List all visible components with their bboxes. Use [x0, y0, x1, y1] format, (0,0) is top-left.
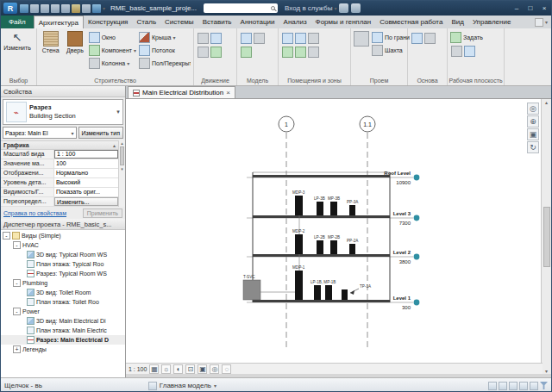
level-marker-icon[interactable]	[414, 300, 420, 306]
edit-type-button[interactable]: Изменить тип	[78, 127, 123, 139]
panel-tp-1a[interactable]	[342, 289, 348, 300]
visibility-field[interactable]: Показать ориг...	[54, 188, 118, 196]
properties-scrollbar[interactable]: ▴ ▾	[118, 140, 125, 207]
column-button[interactable]: Колонна ▾	[89, 57, 136, 70]
zoom-box-icon[interactable]: ▣	[527, 128, 539, 140]
design-options-combo[interactable]: Главная модель	[160, 382, 211, 389]
tab-structure[interactable]: Конструкция	[84, 16, 132, 28]
shadows-icon[interactable]: ◐	[173, 364, 183, 374]
area-boundary-icon[interactable]	[295, 47, 306, 58]
room-separator-icon[interactable]	[295, 33, 306, 44]
level3-slab[interactable]	[253, 215, 390, 218]
scroll-thumb[interactable]	[120, 146, 124, 165]
collapse-icon[interactable]: ▴	[113, 142, 116, 148]
roof-slab[interactable]	[253, 175, 390, 177]
exclude-options-icon[interactable]	[499, 382, 507, 390]
tree-item-selected[interactable]: Разрез: Main Electrical D	[1, 335, 125, 345]
sun-path-icon[interactable]: ☼	[161, 364, 171, 374]
chevron-down-icon[interactable]: ▾	[114, 109, 122, 115]
panel-mdp-2[interactable]	[295, 234, 303, 254]
print-icon[interactable]	[72, 4, 80, 13]
tree-item[interactable]: 3D вид: Toilet Room	[1, 288, 125, 297]
orbit-icon[interactable]: ↻	[527, 141, 539, 153]
wall-opening-icon[interactable]	[354, 31, 369, 47]
select-pinned-icon[interactable]	[530, 382, 538, 390]
tree-group-plumbing[interactable]: - Plumbing	[1, 278, 125, 288]
grid-icon[interactable]	[424, 33, 436, 44]
door-button[interactable]: Дверь	[64, 31, 85, 75]
set-workplane-button[interactable]: Задать	[450, 31, 501, 44]
undo-icon[interactable]	[51, 4, 60, 13]
component-button[interactable]: Компонент ▾	[89, 44, 136, 57]
vertical-scrollbar[interactable]: ▴ ▾	[541, 99, 551, 374]
tag-room-icon[interactable]	[308, 33, 319, 44]
panel-mp-2b[interactable]	[330, 240, 337, 254]
scroll-up-icon[interactable]: ▴	[119, 140, 125, 146]
panel-label-rooms[interactable]: Помещения и зоны	[279, 76, 350, 85]
model-group-icon[interactable]	[241, 47, 252, 58]
scroll-down-icon[interactable]: ▾	[545, 368, 548, 374]
panel-lp-2b[interactable]	[317, 240, 323, 254]
modify-button[interactable]: ↖ Изменить	[3, 31, 31, 51]
room-icon[interactable]	[282, 33, 293, 44]
panel-pp-2a[interactable]	[349, 244, 355, 254]
tree-item[interactable]: План этажа: Main Electric	[1, 326, 125, 335]
tree-item[interactable]: 3D вид: Typical Room WS	[1, 250, 125, 259]
tab-annotate[interactable]: Аннотации	[236, 16, 279, 28]
show-workplane-icon[interactable]	[451, 46, 462, 57]
scale-control[interactable]: 1 : 100	[129, 366, 147, 372]
model-line-icon[interactable]	[254, 33, 265, 44]
panel-mdp-3[interactable]	[295, 196, 303, 215]
scroll-thumb[interactable]	[543, 207, 550, 267]
modify-state-icon[interactable]	[535, 18, 543, 27]
tab-file[interactable]: Файл	[1, 16, 34, 28]
display-model-field[interactable]: Нормально	[54, 169, 118, 177]
ramp-icon[interactable]	[210, 33, 222, 44]
panel-pp-3a[interactable]	[349, 205, 355, 215]
shaft-button[interactable]: Шахта	[372, 44, 410, 57]
view-scale-input[interactable]: 1 : 100	[54, 150, 118, 159]
sync-icon[interactable]	[41, 4, 49, 13]
panel-label-build[interactable]: Строительство	[37, 76, 193, 85]
open-icon[interactable]	[20, 4, 28, 13]
panel-label-model[interactable]: Модель	[237, 76, 278, 85]
measure-icon[interactable]	[82, 4, 91, 13]
panel-label-circulation[interactable]: Движение	[194, 76, 236, 85]
panel-label-datum[interactable]: Основа	[408, 76, 447, 85]
properties-header[interactable]: Свойства	[1, 86, 125, 97]
panel-lp-1b[interactable]	[314, 285, 321, 300]
help-icon[interactable]	[351, 3, 361, 13]
select-links-icon[interactable]	[519, 382, 528, 390]
tree-item[interactable]: Разрез: Typical Room WS	[1, 269, 125, 278]
maximize-button[interactable]: □	[524, 4, 537, 12]
temporary-hide-isolate-icon[interactable]: ◎	[210, 364, 219, 374]
area-icon[interactable]	[282, 47, 293, 58]
qat-customize-icon[interactable]: ▾	[103, 5, 105, 11]
level2-slab[interactable]	[253, 254, 390, 257]
stair-icon[interactable]	[198, 47, 209, 58]
zoom-icon[interactable]: ⊕	[527, 115, 539, 128]
exchange-apps-icon[interactable]	[339, 3, 348, 13]
ceiling-button[interactable]: Потолок	[139, 44, 191, 57]
scroll-up-icon[interactable]: ▴	[545, 99, 548, 105]
model-path-icon[interactable]	[210, 47, 222, 58]
crop-view-icon[interactable]: ⊡	[185, 364, 195, 374]
tag-area-icon[interactable]	[308, 47, 319, 58]
level-marker-icon[interactable]	[414, 254, 420, 260]
level-marker-icon[interactable]	[414, 175, 420, 181]
group-graphics[interactable]: Графика ▴	[1, 140, 118, 150]
transformer-t-svc[interactable]	[243, 280, 260, 300]
wall-button[interactable]: Стена	[40, 31, 61, 75]
scale-value-field[interactable]: 100	[54, 159, 118, 168]
collapse-icon[interactable]: -	[13, 279, 21, 287]
view-filter-combo[interactable]: Разрез: Main El ▾	[3, 127, 77, 139]
level-icon[interactable]	[411, 33, 423, 44]
save-icon[interactable]	[30, 4, 39, 13]
tab-massing-site[interactable]: Формы и генплан	[311, 16, 376, 28]
properties-help-link[interactable]: Справка по свойствам	[3, 210, 66, 216]
tree-root-views[interactable]: - Виды (Simple)	[1, 231, 125, 240]
tab-insert[interactable]: Вставить	[198, 16, 236, 28]
window-button[interactable]: Окно	[89, 31, 136, 44]
collapse-icon[interactable]: -	[13, 308, 21, 315]
visual-style-icon[interactable]: ▦	[149, 364, 159, 374]
